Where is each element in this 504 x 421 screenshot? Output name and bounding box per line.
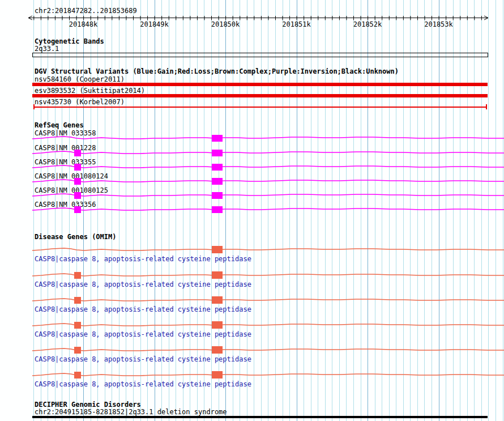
exon-block[interactable] xyxy=(212,271,223,279)
exon-block[interactable] xyxy=(74,347,81,354)
dgv-variant-bar[interactable] xyxy=(32,94,488,97)
section-title-refseq-genes: RefSeq Genes xyxy=(35,122,84,129)
gene-intron-line[interactable] xyxy=(32,372,504,379)
dgv-variant-range-line[interactable] xyxy=(34,107,486,108)
exon-block[interactable] xyxy=(74,164,81,171)
exon-block[interactable] xyxy=(74,297,81,304)
ruler-tick-label: 201850k xyxy=(211,21,240,28)
exon-block[interactable] xyxy=(212,135,223,142)
ruler-tick-label: 201848k xyxy=(69,21,98,28)
dgv-variant-label: nsv435730 (Korbel2007) xyxy=(35,99,125,106)
dgv-variant-right-cap xyxy=(486,104,487,109)
gene-label: CASP8|caspase 8, apoptosis-related cyste… xyxy=(35,381,251,388)
gene-intron-line[interactable] xyxy=(32,192,504,199)
exon-block[interactable] xyxy=(74,322,81,329)
ruler-tick-label: 201852k xyxy=(353,21,382,28)
gene-intron-line[interactable] xyxy=(32,347,504,354)
exon-block[interactable] xyxy=(74,206,81,213)
ruler-tick-label: 201851k xyxy=(282,21,311,28)
decipher-region-bar[interactable] xyxy=(32,416,488,418)
gene-intron-line[interactable] xyxy=(32,135,504,142)
gene-intron-line[interactable] xyxy=(32,322,504,329)
gene-intron-line[interactable] xyxy=(32,178,504,185)
gene-intron-line[interactable] xyxy=(32,297,504,304)
genome-browser-view: chr2:201847282..201853689 201848k 201849… xyxy=(0,0,504,421)
cytoband-label: 2q33.1 xyxy=(35,45,59,53)
exon-block[interactable] xyxy=(74,150,81,156)
dgv-variant-left-cap xyxy=(33,104,35,109)
gene-intron-line[interactable] xyxy=(32,206,504,213)
ruler-tick-label: 201853k xyxy=(424,21,453,28)
exon-block[interactable] xyxy=(212,164,223,171)
gene-intron-line[interactable] xyxy=(32,150,504,156)
exon-block[interactable] xyxy=(212,192,223,199)
cytoband-bar[interactable] xyxy=(32,53,488,57)
exon-block[interactable] xyxy=(212,246,223,253)
exon-block[interactable] xyxy=(74,192,81,199)
gene-label: CASP8|caspase 8, apoptosis-related cyste… xyxy=(35,306,251,313)
gene-intron-line[interactable] xyxy=(32,272,504,279)
exon-block[interactable] xyxy=(74,178,81,185)
decipher-entry-label: chr2:204915185-8281852|2q33.1 deletion s… xyxy=(35,409,227,416)
ruler-tick-label: 201849k xyxy=(140,21,169,28)
dgv-variant-bar[interactable] xyxy=(32,83,488,86)
exon-block[interactable] xyxy=(212,371,223,379)
region-label: chr2:201847282..201853689 xyxy=(35,7,137,15)
exon-block[interactable] xyxy=(212,150,223,156)
gene-label: CASP8|caspase 8, apoptosis-related cyste… xyxy=(35,331,251,338)
gene-label: CASP8|caspase 8, apoptosis-related cyste… xyxy=(35,281,251,288)
section-title-disease-genes-omim: Disease Genes (OMIM) xyxy=(35,233,117,241)
exon-block[interactable] xyxy=(74,272,81,279)
gene-intron-line[interactable] xyxy=(32,246,504,253)
gene-label: CASP8|caspase 8, apoptosis-related cyste… xyxy=(35,256,251,263)
section-title-dgv-variants: DGV Structural Variants (Blue:Gain;Red:L… xyxy=(35,68,399,75)
exon-block[interactable] xyxy=(74,372,81,379)
exon-block[interactable] xyxy=(212,346,223,354)
gene-intron-line[interactable] xyxy=(32,164,504,171)
gene-label: CASP8|caspase 8, apoptosis-related cyste… xyxy=(35,356,251,363)
exon-block[interactable] xyxy=(212,321,223,329)
exon-block[interactable] xyxy=(212,206,223,213)
exon-block[interactable] xyxy=(212,178,223,185)
exon-block[interactable] xyxy=(212,296,223,304)
